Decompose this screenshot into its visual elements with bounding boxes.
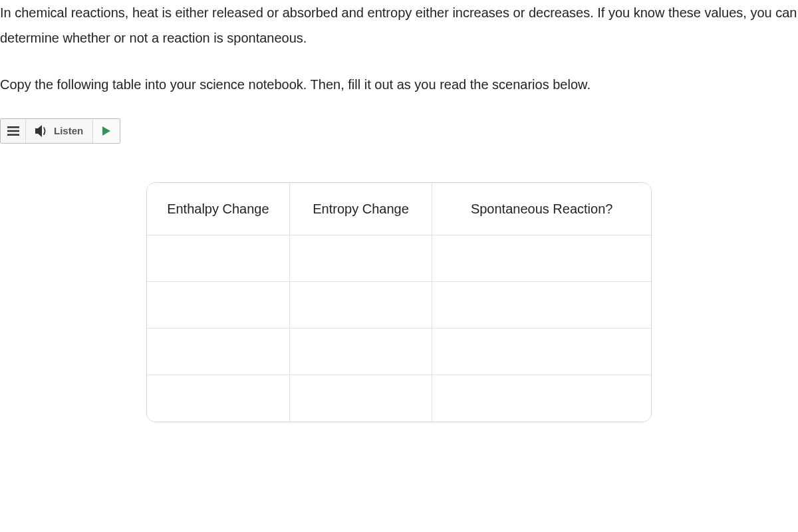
table-cell <box>290 375 433 422</box>
table-cell <box>432 235 651 282</box>
svg-rect-2 <box>7 134 19 136</box>
table-row <box>147 375 651 422</box>
svg-point-4 <box>43 127 45 128</box>
speaker-icon <box>35 125 49 137</box>
table-cell <box>147 329 290 375</box>
svg-marker-5 <box>102 126 110 136</box>
svg-rect-0 <box>7 126 19 128</box>
table-cell <box>147 282 290 329</box>
table-cell <box>147 235 290 282</box>
table-row <box>147 235 651 282</box>
table-cell <box>290 329 433 375</box>
table-cell <box>290 282 433 329</box>
play-icon <box>102 126 110 136</box>
table-header-row: Enthalpy Change Entropy Change Spontaneo… <box>147 183 651 235</box>
header-enthalpy: Enthalpy Change <box>147 183 290 235</box>
intro-paragraph: In chemical reactions, heat is either re… <box>0 0 798 51</box>
hamburger-icon <box>7 126 19 136</box>
table-cell <box>432 375 651 422</box>
header-spontaneous: Spontaneous Reaction? <box>432 183 651 235</box>
listen-widget: Listen <box>0 118 120 144</box>
listen-label: Listen <box>54 122 83 141</box>
table-cell <box>290 235 433 282</box>
table-cell <box>432 282 651 329</box>
table-container: Enthalpy Change Entropy Change Spontaneo… <box>0 182 798 422</box>
table-row <box>147 329 651 375</box>
instruction-paragraph: Copy the following table into your scien… <box>0 72 798 97</box>
play-button[interactable] <box>93 119 120 143</box>
svg-rect-1 <box>7 130 19 132</box>
reaction-table: Enthalpy Change Entropy Change Spontaneo… <box>146 182 652 422</box>
table-cell <box>147 375 290 422</box>
listen-button[interactable]: Listen <box>26 119 93 143</box>
table-cell <box>432 329 651 375</box>
header-entropy: Entropy Change <box>290 183 433 235</box>
listen-menu-button[interactable] <box>1 119 26 143</box>
table-row <box>147 282 651 329</box>
svg-marker-3 <box>35 125 42 137</box>
